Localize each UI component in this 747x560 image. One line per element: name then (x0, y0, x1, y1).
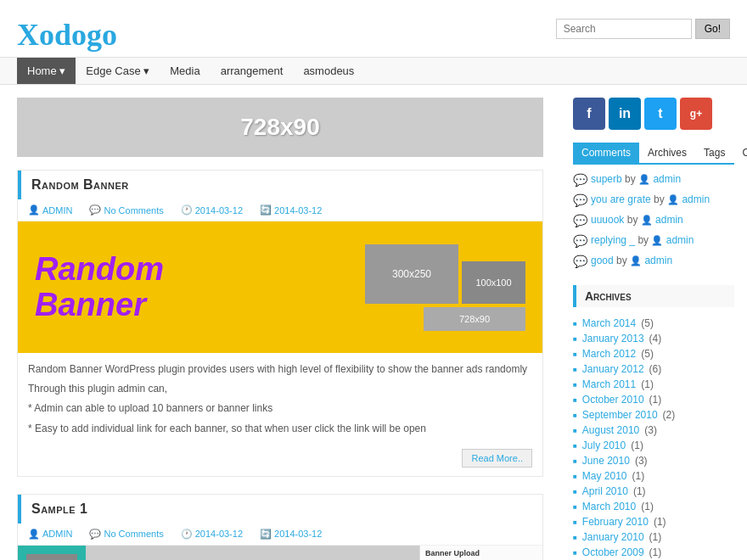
comment-bubble-icon: 💬 (573, 255, 587, 268)
clock-icon: 🕐 (181, 204, 193, 216)
list-item: March 2011 (1) (573, 377, 734, 392)
list-item: September 2010 (2) (573, 407, 734, 423)
sidebar: f in t g+ Comments Archives Tags Categor… (560, 85, 747, 560)
post-comments: 💬 No Comments (89, 204, 163, 216)
refresh-icon: 🔄 (260, 204, 272, 216)
list-item: June 2010 (3) (573, 453, 734, 468)
widget-tabs: Comments Archives Tags Category (573, 143, 734, 165)
post-date2: 🔄 2014-03-12 (260, 204, 322, 216)
archives-widget: Archives March 2014 (5) January 2013 (4)… (573, 285, 734, 560)
comment-icon: 💬 (89, 204, 101, 216)
search-button[interactable]: Go! (695, 19, 730, 39)
tab-comments[interactable]: Comments (573, 143, 639, 163)
archives-title: Archives (573, 285, 734, 307)
linkedin-icon[interactable]: in (609, 98, 641, 130)
comment2-icon: 💬 (89, 529, 101, 540)
list-item: October 2009 (1) (573, 545, 734, 560)
post2-author: 👤 ADMIN (28, 529, 72, 540)
comment-bubble-icon: 💬 (573, 173, 587, 187)
comment-bubble-icon: 💬 (573, 214, 587, 227)
top-banner-ad: 728x90 (17, 98, 543, 157)
clock2-icon: 🕐 (181, 529, 193, 540)
list-item: July 2010 (1) (573, 438, 734, 453)
ad-box-300: 300x250 (365, 244, 458, 304)
post2-date1: 🕐 2014-03-12 (181, 529, 243, 540)
post-date1: 🕐 2014-03-12 (181, 204, 243, 216)
ad-box-728: 728x90 (424, 307, 525, 331)
post-title: Random Banner (31, 177, 129, 192)
list-item: August 2010 (3) (573, 423, 734, 438)
list-item: March 2010 (1) (573, 499, 734, 514)
list-item: February 2010 (1) (573, 514, 734, 529)
post2-thumb: 100x100 (26, 554, 77, 560)
ad-box-100: 100x100 (462, 261, 525, 304)
list-item: May 2010 (1) (573, 468, 734, 484)
tab-tags[interactable]: Tags (695, 143, 733, 163)
post-image: RandomBanner 300x250 100x100 728x90 (18, 221, 542, 353)
comment-bubble-icon: 💬 (573, 193, 587, 207)
post2-comments: 💬 No Comments (89, 529, 163, 540)
social-icons: f in t g+ (573, 98, 734, 130)
read-more-area: Read More.. (18, 449, 542, 476)
post2-meta: 👤 ADMIN 💬 No Comments 🕐 2014-03-12 🔄 201… (18, 524, 542, 546)
read-more-button[interactable]: Read More.. (462, 449, 532, 468)
post-random-banner: Random Banner 👤 ADMIN 💬 No Comments 🕐 20… (17, 170, 543, 477)
comments-list: 💬 superb by 👤 admin 💬 you are grate by 👤… (573, 173, 734, 268)
list-item: January 2012 (6) (573, 361, 734, 377)
main-nav: Home ▾ Edge Case ▾ Media arrangement asm… (0, 57, 747, 85)
post2-date2: 🔄 2014-03-12 (260, 529, 322, 540)
nav-arrangement[interactable]: arrangement (211, 58, 294, 84)
refresh2-icon: 🔄 (260, 529, 272, 540)
upload-panel: Banner Upload Custom Title Advertisement… (419, 546, 542, 560)
search-input[interactable] (556, 19, 692, 39)
comment-item: 💬 good by 👤 admin (573, 255, 734, 268)
comments-widget: Comments Archives Tags Category 💬 superb… (573, 143, 734, 268)
post-body: Random Banner WordPress plugin provides … (18, 353, 542, 449)
post-meta: 👤 ADMIN 💬 No Comments 🕐 2014-03-12 🔄 201… (18, 199, 542, 221)
comment-item: 💬 replying _ by 👤 admin (573, 234, 734, 248)
list-item: January 2010 (1) (573, 529, 734, 545)
googleplus-icon[interactable]: g+ (680, 98, 712, 130)
post2-title-bar: Sample 1 (18, 495, 542, 524)
comment-bubble-icon: 💬 (573, 234, 587, 248)
banner-image-text: RandomBanner (35, 252, 164, 323)
facebook-icon[interactable]: f (573, 98, 605, 130)
comment-item: 💬 superb by 👤 admin (573, 173, 734, 187)
tab-archives[interactable]: Archives (639, 143, 695, 163)
comment-item: 💬 uuuook by 👤 admin (573, 214, 734, 227)
list-item: March 2014 (5) (573, 316, 734, 331)
list-item: March 2012 (5) (573, 346, 734, 361)
tab-category[interactable]: Category (733, 143, 747, 163)
list-item: April 2010 (1) (573, 484, 734, 499)
user2-icon: 👤 (28, 529, 40, 540)
nav-media[interactable]: Media (160, 58, 210, 84)
ad-boxes: 300x250 100x100 728x90 (365, 244, 525, 331)
post-sample1: Sample 1 👤 ADMIN 💬 No Comments 🕐 2014-03… (17, 494, 543, 560)
user-icon: 👤 (28, 204, 40, 216)
comment-item: 💬 you are grate by 👤 admin (573, 193, 734, 207)
list-item: October 2010 (1) (573, 392, 734, 407)
site-title: Xodogo (17, 8, 117, 57)
main-content: 728x90 Random Banner 👤 ADMIN 💬 No Commen… (0, 85, 560, 560)
post-title-bar: Random Banner (18, 171, 542, 199)
nav-asmodeus[interactable]: asmodeus (293, 58, 364, 84)
post-author: 👤 ADMIN (28, 204, 72, 216)
archive-list: March 2014 (5) January 2013 (4) March 20… (573, 316, 734, 560)
nav-home[interactable]: Home ▾ (17, 58, 76, 84)
nav-edge-case[interactable]: Edge Case ▾ (76, 58, 160, 84)
twitter-icon[interactable]: t (644, 98, 677, 130)
post2-image: 100x100 728x90 Banner Banner Upload Cust… (18, 546, 542, 560)
post2-title: Sample 1 (31, 501, 88, 516)
list-item: January 2013 (4) (573, 331, 734, 346)
